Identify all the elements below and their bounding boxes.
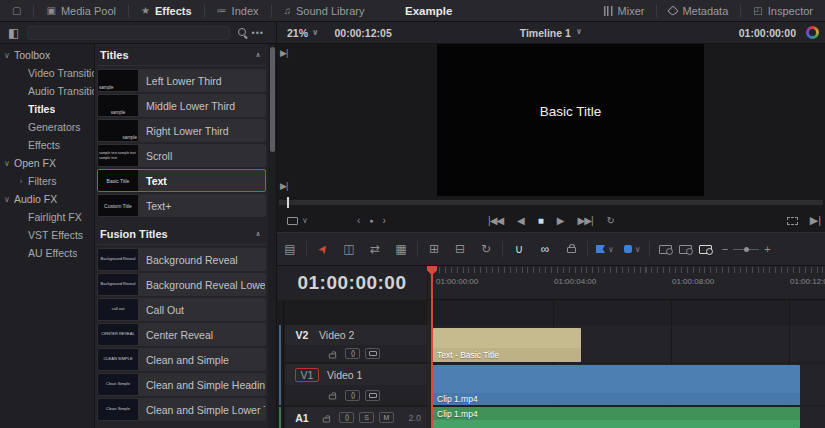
title-effect-item[interactable]: Custom Title Text+ — [97, 194, 266, 217]
fusion-title-item[interactable]: Background Reveal Background Reveal — [97, 248, 266, 271]
auto-select-button[interactable]: ⟨⟩ — [339, 412, 354, 423]
sidebar-item[interactable]: ∨ Open FX — [0, 154, 94, 172]
dynamic-trim-mode-button[interactable]: ⇄ — [362, 242, 388, 256]
solo-button[interactable]: S — [359, 412, 374, 423]
track-header-a1[interactable]: A1 ⟨⟩ S M 2.0 — [285, 407, 427, 428]
track-header-v1[interactable]: V1Video 1 — [285, 364, 427, 385]
zoom-slider[interactable]: − + — [722, 243, 771, 255]
mute-button[interactable]: M — [379, 412, 394, 423]
track-header-v2[interactable]: V2Video 2 — [285, 325, 427, 345]
title-clip[interactable]: Text - Basic Title — [433, 328, 581, 362]
position-lock-button[interactable] — [558, 242, 584, 256]
play-out-icon[interactable]: ▶| — [280, 181, 287, 191]
sidebar-item[interactable]: Video Transitio... — [0, 64, 94, 82]
title-effect-item[interactable]: sample Middle Lower Third — [97, 94, 266, 117]
sound-library-button[interactable]: ♫Sound Library — [272, 0, 377, 21]
play-reverse-button[interactable]: ◀ — [517, 215, 524, 226]
sidebar-item[interactable]: ∨ Toolbox — [0, 46, 94, 64]
sidebar-item[interactable]: VST Effects — [0, 226, 94, 244]
last-frame-button[interactable]: ▶▶| — [578, 215, 593, 226]
play-in-icon[interactable]: ▶| — [280, 48, 287, 58]
track-enable-button[interactable] — [365, 348, 380, 359]
search-input[interactable] — [27, 26, 229, 40]
marker-color-button[interactable]: ∨ — [624, 245, 641, 254]
fusion-title-item[interactable]: Clean Simple Clean and Simple Heading... — [97, 373, 266, 396]
custom-zoom-button[interactable] — [699, 245, 712, 254]
zoom-slider-track[interactable] — [733, 249, 759, 250]
track-enable-button[interactable] — [365, 390, 380, 401]
first-frame-button[interactable]: |◀◀ — [488, 215, 503, 226]
sidebar-item[interactable]: ∨ Audio FX — [0, 190, 94, 208]
scrub-playhead[interactable] — [287, 197, 289, 208]
metadata-button[interactable]: Metadata — [657, 0, 740, 21]
title-effect-item[interactable]: sample text sample text sample text Scro… — [97, 144, 266, 167]
fusion-title-item[interactable]: CLEAN SIMPLE Clean and Simple — [97, 348, 266, 371]
title-effect-item[interactable]: sample Left Lower Third — [97, 69, 266, 92]
inspector-button[interactable]: ◰Inspector — [741, 0, 825, 21]
track-name-v2[interactable]: Video 2 — [319, 329, 354, 341]
media-pool-button[interactable]: ▣Media Pool — [34, 0, 128, 21]
effects-button[interactable]: ★Effects — [129, 0, 204, 21]
audio-clip[interactable]: Clip 1.mp4 — [433, 407, 800, 428]
fusion-title-item[interactable]: Clean Simple Clean and Simple Lower T... — [97, 398, 266, 421]
track-lock-button[interactable] — [325, 348, 340, 359]
stop-button[interactable]: ■ — [538, 215, 543, 226]
track-id-v2[interactable]: V2 — [285, 329, 319, 341]
scrollbar-thumb[interactable] — [270, 47, 275, 152]
track-id-a1[interactable]: A1 — [285, 412, 319, 424]
timeline-view-options-button[interactable]: ▤ — [277, 242, 303, 256]
viewer-zoom-select[interactable]: 21%∨ — [287, 27, 319, 39]
zoom-in-icon[interactable]: + — [764, 243, 770, 255]
zoom-out-icon[interactable]: − — [722, 243, 728, 255]
replace-clip-button[interactable]: ↻ — [473, 242, 499, 256]
full-extent-zoom-button[interactable] — [659, 245, 672, 254]
auto-select-button[interactable]: ⟨⟩ — [345, 348, 360, 359]
timeline-playhead-line[interactable] — [431, 300, 433, 428]
sidebar-item[interactable]: › Filters — [0, 172, 94, 190]
title-effect-item[interactable]: Basic Title Text — [97, 169, 266, 192]
fusion-title-item[interactable]: CENTER REVEAL Center Reveal — [97, 323, 266, 346]
mixer-button[interactable]: Mixer — [591, 0, 657, 21]
insert-clip-button[interactable]: ⊞ — [421, 242, 447, 256]
sidebar-item[interactable]: AU Effects — [0, 244, 94, 262]
titles-section-header[interactable]: Titles ∧ — [97, 44, 266, 66]
track-lock-button[interactable] — [325, 390, 340, 401]
play-button[interactable]: ▶ — [557, 215, 564, 226]
scrub-track[interactable] — [279, 200, 823, 205]
sidebar-item[interactable]: Fairlight FX — [0, 208, 94, 226]
match-frame-icon[interactable] — [787, 217, 798, 225]
trim-edit-mode-button[interactable]: ◫ — [336, 242, 362, 256]
flag-button[interactable]: ∨ — [596, 245, 614, 254]
index-button[interactable]: ≔Index — [205, 0, 271, 21]
video-frame[interactable]: Basic Title — [437, 44, 704, 196]
go-to-out-button[interactable]: ▶| — [810, 214, 821, 227]
detail-zoom-button[interactable] — [679, 245, 692, 254]
viewer-scrub-bar[interactable] — [277, 196, 825, 209]
selection-mode-button[interactable]: ➤ — [310, 242, 336, 256]
blade-edit-mode-button[interactable]: ▦ — [388, 242, 414, 256]
sidebar-item[interactable]: Audio Transitio... — [0, 82, 94, 100]
track-name-v1[interactable]: Video 1 — [327, 369, 362, 381]
fusion-title-item[interactable]: Background Reveal Background Reveal Lowe… — [97, 273, 266, 296]
effects-scrollbar[interactable] — [268, 44, 277, 428]
zoom-slider-knob[interactable] — [744, 247, 749, 252]
track-lock-button[interactable] — [319, 412, 334, 423]
auto-select-button[interactable]: ⟨⟩ — [345, 390, 360, 401]
sidebar-item[interactable]: Titles — [0, 100, 94, 118]
overwrite-clip-button[interactable]: ⊟ — [447, 242, 473, 256]
fusion-titles-section-header[interactable]: Fusion Titles ∧ — [97, 223, 266, 245]
title-effect-item[interactable]: sample Right Lower Third — [97, 119, 266, 142]
linked-selection-button[interactable]: ∞ — [532, 242, 558, 256]
snapping-button[interactable]: ∪ — [506, 242, 532, 256]
search-icon[interactable] — [238, 28, 246, 36]
sidebar-item[interactable]: Effects — [0, 136, 94, 154]
video-clip[interactable]: Clip 1.mp4 — [433, 365, 800, 405]
sync-multicolor-icon[interactable] — [806, 26, 819, 39]
sidebar-item[interactable]: Generators — [0, 118, 94, 136]
options-menu-icon[interactable]: ••• — [252, 28, 264, 38]
panel-toggle-icon[interactable]: ◧ — [8, 26, 19, 40]
destination-control-v1[interactable]: V1 — [295, 368, 319, 382]
workspace-toggle-button[interactable]: ▢ — [0, 0, 33, 21]
loop-button[interactable]: ↻ — [607, 215, 614, 226]
track-content[interactable]: Text - Basic Title Clip 1.mp4 Clip 1.mp4 — [427, 300, 825, 428]
